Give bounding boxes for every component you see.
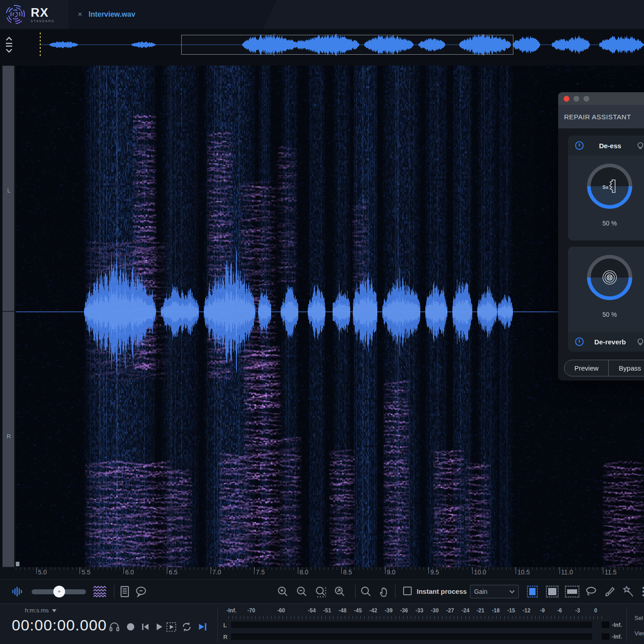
meter-scale-label: -60 [277, 607, 285, 614]
feedback-bubble-icon[interactable] [135, 585, 147, 598]
meter-scale-label: -24 [461, 607, 469, 614]
ruler-tick [167, 567, 167, 574]
frequency-selection-tool[interactable] [565, 586, 579, 597]
zoom-in-icon[interactable] [277, 585, 289, 598]
channel-right-label[interactable]: R [3, 433, 15, 440]
ruler-tick-label: 8.5 [343, 569, 352, 576]
ruler-tick-label: 9.5 [430, 569, 439, 576]
ruler-tick [385, 567, 385, 574]
return-to-start-button[interactable] [139, 621, 151, 633]
ruler-scroll-handle[interactable] [16, 562, 19, 566]
play-button[interactable] [153, 621, 165, 633]
zoom-reset-icon[interactable] [334, 585, 346, 598]
close-window-icon[interactable] [564, 96, 569, 102]
spectrogram-canvas[interactable] [16, 66, 644, 567]
ruler-tick [559, 567, 560, 574]
module-options-icon[interactable] [636, 337, 644, 346]
tab-title[interactable]: Interview.wav [89, 10, 135, 19]
brush-tool-icon[interactable] [604, 585, 616, 598]
peak-readout-left: -Inf. [612, 622, 622, 628]
vertical-zoom-control[interactable] [3, 34, 15, 55]
ruler-tick-label: 8.0 [300, 569, 308, 576]
de-reverb-amount-knob[interactable] [587, 255, 632, 300]
rx-logo-icon [5, 4, 26, 25]
channel-divider [2, 311, 14, 312]
overview-playhead [40, 33, 41, 57]
bottombar-separator [626, 607, 627, 642]
meter-scale-label: -Inf. [226, 607, 236, 614]
preview-button[interactable]: Preview [564, 360, 609, 376]
playhead-time-display[interactable]: 00:00:00.000 [12, 616, 107, 634]
zoom-out-icon[interactable] [296, 585, 308, 598]
time-format-selector[interactable]: h:m:s.ms [25, 607, 56, 614]
panel-action-buttons: Preview Bypass [564, 360, 644, 376]
ruler-tick-label: 7.0 [212, 569, 221, 576]
level-meter-right [230, 633, 593, 640]
selection-status-label: Sel [635, 615, 643, 621]
de-reverb-amount-value: 50 % [568, 311, 644, 318]
meter-scale-label: -45 [354, 607, 362, 614]
level-meter-left [230, 621, 593, 629]
power-toggle-icon[interactable] [574, 141, 584, 150]
bottombar-separator [217, 607, 218, 642]
session-notes-icon[interactable] [118, 585, 131, 598]
ruler-tick-label: 5.0 [38, 569, 47, 576]
instant-process-label: Instant process [417, 588, 467, 595]
power-toggle-icon[interactable] [574, 337, 584, 347]
magic-wand-tool-icon[interactable] [622, 585, 635, 598]
meter-scale-label: -39 [385, 607, 392, 614]
meter-tick-marks [228, 616, 602, 619]
meter-scale-label: -27 [446, 607, 454, 614]
meter-scale-label: -70 [247, 607, 255, 614]
meter-scale-label: -30 [431, 607, 438, 614]
ruler-tick-label: 6.5 [169, 569, 177, 576]
hand-tool-icon[interactable] [378, 585, 390, 598]
expand-collapse-icon [3, 34, 15, 55]
time-frequency-selection-tool[interactable] [546, 586, 559, 597]
app-logo: RX STANDARD [5, 3, 68, 26]
monitor-headphones-icon[interactable] [108, 621, 120, 633]
playhead-follow-button[interactable] [197, 621, 209, 633]
de-ess-icon: Ss [600, 176, 620, 196]
de-ess-amount-knob[interactable]: Ss [587, 164, 632, 209]
channel-left-label[interactable]: L [3, 187, 15, 194]
module-options-icon[interactable] [636, 141, 644, 150]
repair-assistant-window[interactable]: REPAIR ASSISTANT De-ess Ss 50 % [558, 92, 644, 381]
waveform-view-icon[interactable] [11, 585, 24, 598]
waveform-overview[interactable] [0, 30, 644, 60]
ruler-tick [298, 567, 298, 574]
view-status-label: View [635, 630, 644, 637]
bypass-button[interactable]: Bypass [609, 360, 644, 376]
panel-title: REPAIR ASSISTANT [564, 113, 631, 121]
channel-select-strip[interactable]: L R [2, 66, 14, 567]
play-selection-button[interactable] [165, 621, 177, 633]
time-selection-tool[interactable] [527, 586, 538, 597]
meter-scale-label: -18 [492, 607, 499, 614]
time-ruler[interactable]: 5.05.56.06.57.07.58.08.59.09.510.010.511… [0, 567, 644, 579]
meter-scale-label: -21 [476, 607, 484, 614]
meter-scale-label: 0 [594, 607, 597, 614]
module-select-value: Gain [474, 588, 488, 595]
title-bar: RX STANDARD × Interview.wav [0, 0, 644, 29]
meter-scale-label: -42 [369, 607, 377, 614]
meter-scale-label: -48 [338, 607, 346, 614]
more-tools-icon[interactable] [641, 585, 644, 598]
ruler-tick-label: 10.5 [517, 569, 530, 576]
spectrogram-view-icon[interactable] [92, 585, 108, 598]
loop-playback-button[interactable] [181, 621, 193, 633]
meter-scale-label: -33 [415, 607, 423, 614]
zoom-window-icon[interactable] [583, 96, 589, 102]
window-titlebar[interactable] [558, 92, 644, 105]
instant-process-checkbox[interactable] [403, 587, 412, 595]
overview-selection-box[interactable] [181, 35, 513, 55]
minimize-window-icon[interactable] [573, 96, 579, 102]
record-button[interactable] [125, 621, 136, 633]
blend-slider-knob[interactable]: + [53, 586, 65, 597]
find-similar-icon[interactable] [360, 585, 372, 598]
file-tab[interactable]: × Interview.wav [69, 0, 277, 29]
zoom-selection-icon[interactable] [315, 585, 327, 598]
tab-close-icon[interactable]: × [78, 10, 82, 19]
module-select-dropdown[interactable]: Gain [470, 585, 519, 598]
lasso-tool-icon[interactable] [585, 585, 597, 598]
ruler-minor-ticks [16, 567, 644, 570]
